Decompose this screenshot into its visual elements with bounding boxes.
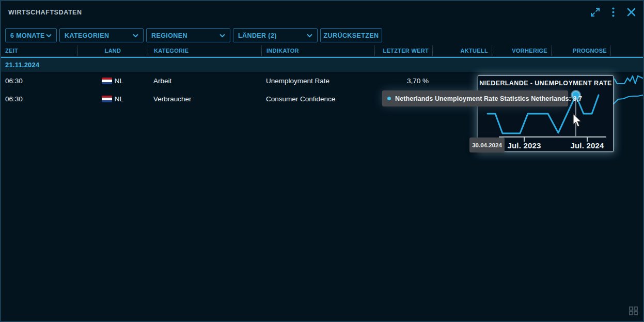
- mouse-cursor: [572, 113, 583, 128]
- categories-dropdown[interactable]: KATEGORIEN: [59, 28, 144, 42]
- reset-button[interactable]: ZURÜCKSETZEN: [320, 28, 382, 42]
- cell-indicator: Consumer Confidence: [261, 90, 374, 108]
- cell-sparkline[interactable]: [610, 90, 643, 108]
- series-tooltip-text: Netherlands Unemployment Rate Statistics…: [395, 95, 582, 102]
- header-indikator[interactable]: INDIKATOR: [261, 45, 374, 56]
- header-vorherige[interactable]: VORHERIGE: [492, 45, 551, 56]
- categories-dropdown-value: KATEGORIEN: [65, 32, 109, 39]
- header-letzter-wert[interactable]: LETZTER WERT: [374, 45, 432, 56]
- period-dropdown-value: 6 MONATE: [10, 32, 45, 39]
- cell-time: 06:30: [1, 90, 77, 108]
- cell-category: Verbraucher: [148, 90, 261, 108]
- table-header: ZEIT LAND KATEGORIE INDIKATOR LETZTER WE…: [1, 45, 643, 56]
- netherlands-flag-icon: [102, 96, 112, 102]
- filter-bar: 6 MONATE KATEGORIEN REGIONEN LÄNDER (2) …: [1, 28, 643, 43]
- country-code: NL: [115, 77, 123, 85]
- window-title: WIRTSCHAFTSDATEN: [8, 9, 82, 16]
- header-land[interactable]: LAND: [77, 45, 148, 56]
- sparkline-chart: [612, 93, 643, 105]
- x-tick-label: Jul. 2023: [507, 141, 541, 150]
- expand-icon[interactable]: [589, 6, 601, 18]
- cell-country: NL: [77, 90, 148, 108]
- regions-dropdown-value: REGIONEN: [151, 32, 187, 39]
- chevron-down-icon: [133, 34, 138, 38]
- title-bar: WIRTSCHAFTSDATEN: [1, 1, 643, 24]
- kebab-menu-icon[interactable]: [607, 6, 619, 18]
- regions-dropdown[interactable]: REGIONEN: [146, 28, 230, 42]
- cell-time: 06:30: [1, 72, 77, 90]
- countries-dropdown[interactable]: LÄNDER (2): [233, 28, 318, 42]
- sparkline-chart: [612, 75, 643, 87]
- header-prognose[interactable]: PROGNOSE: [551, 45, 610, 56]
- cell-sparkline[interactable]: [610, 72, 643, 90]
- series-bullet-icon: [387, 97, 391, 100]
- cell-category: Arbeit: [148, 72, 261, 90]
- cell-last-value: 3,70 %: [374, 72, 432, 90]
- header-aktuell[interactable]: AKTUELL: [432, 45, 492, 56]
- chevron-down-icon: [219, 34, 225, 38]
- netherlands-flag-icon: [102, 78, 112, 84]
- chevron-down-icon: [46, 34, 52, 38]
- header-chart-column: [610, 45, 643, 56]
- chevron-down-icon: [307, 34, 312, 38]
- hover-date-label: 30.04.2024: [469, 137, 505, 152]
- countries-dropdown-value: LÄNDER (2): [238, 32, 277, 39]
- close-icon[interactable]: [625, 6, 637, 18]
- date-group-row: 21.11.2024: [1, 57, 643, 72]
- cell-indicator: Unemployment Rate: [261, 72, 374, 90]
- header-zeit[interactable]: ZEIT: [1, 45, 77, 56]
- period-dropdown[interactable]: 6 MONATE: [5, 28, 57, 42]
- series-tooltip: Netherlands Unemployment Rate Statistics…: [382, 90, 568, 106]
- date-group-label: 21.11.2024: [5, 61, 39, 69]
- cell-country: NL: [77, 72, 148, 90]
- x-tick-label: Jul. 2024: [570, 141, 604, 150]
- country-code: NL: [115, 95, 123, 103]
- grid-view-icon[interactable]: [629, 306, 638, 318]
- header-kategorie[interactable]: KATEGORIE: [148, 45, 261, 56]
- economic-data-widget: WIRTSCHAFTSDATEN 6 MONATE: [0, 0, 644, 322]
